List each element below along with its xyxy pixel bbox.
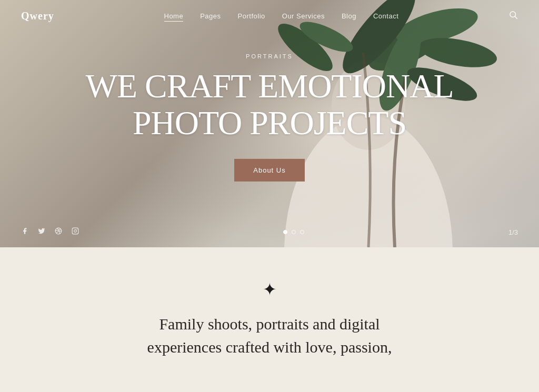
- svg-line-12: [515, 16, 517, 18]
- dot-3[interactable]: [300, 230, 304, 234]
- search-icon[interactable]: [508, 10, 518, 22]
- nav-link-services[interactable]: Our Services: [282, 12, 325, 20]
- nav-item-home[interactable]: Home: [164, 11, 184, 21]
- nav-link-pages[interactable]: Pages: [200, 12, 221, 20]
- nav-link-contact[interactable]: Contact: [373, 12, 398, 20]
- site-logo[interactable]: Qwery: [21, 10, 54, 22]
- intro-text: Family shoots, portraits and digital exp…: [147, 313, 392, 358]
- dot-1[interactable]: [283, 230, 287, 234]
- svg-rect-14: [72, 228, 78, 234]
- hero-title: WE CRAFT EMOTIONAL PHOTO PROJECTS: [21, 68, 518, 142]
- hero-tag: PORTRAITS: [21, 53, 518, 59]
- nav-links: Home Pages Portfolio Our Services Blog C…: [164, 11, 399, 21]
- intro-section: ✦ Family shoots, portraits and digital e…: [0, 247, 539, 392]
- about-us-button[interactable]: About Us: [234, 159, 304, 182]
- intro-text-line1: Family shoots, portraits and digital: [159, 315, 380, 333]
- nav-item-pages[interactable]: Pages: [200, 11, 221, 21]
- nav-item-blog[interactable]: Blog: [342, 11, 356, 21]
- social-icons: [21, 227, 79, 237]
- hero-title-line1: WE CRAFT EMOTIONAL: [86, 67, 454, 105]
- nav-item-contact[interactable]: Contact: [373, 11, 398, 21]
- nav-item-portfolio[interactable]: Portfolio: [238, 11, 265, 21]
- dribbble-icon[interactable]: [55, 227, 62, 237]
- nav-item-services[interactable]: Our Services: [282, 11, 325, 21]
- slider-dots: [283, 230, 304, 234]
- instagram-icon[interactable]: [72, 227, 79, 237]
- nav-link-blog[interactable]: Blog: [342, 12, 356, 20]
- dot-2[interactable]: [292, 230, 296, 234]
- slide-counter: 1/3: [508, 228, 518, 236]
- hero-content: PORTRAITS WE CRAFT EMOTIONAL PHOTO PROJE…: [0, 53, 539, 182]
- intro-text-line2: experiences crafted with love, passion,: [147, 338, 392, 356]
- nav-link-portfolio[interactable]: Portfolio: [238, 12, 265, 20]
- star-icon: ✦: [263, 281, 277, 298]
- hero-title-line2: PHOTO PROJECTS: [133, 104, 406, 142]
- hero-bottom-bar: 1/3: [0, 227, 539, 247]
- nav-link-home[interactable]: Home: [164, 12, 184, 22]
- navigation: Qwery Home Pages Portfolio Our Services …: [0, 0, 539, 32]
- hero-section: Qwery Home Pages Portfolio Our Services …: [0, 0, 539, 247]
- facebook-icon[interactable]: [21, 227, 28, 237]
- twitter-icon[interactable]: [38, 227, 45, 237]
